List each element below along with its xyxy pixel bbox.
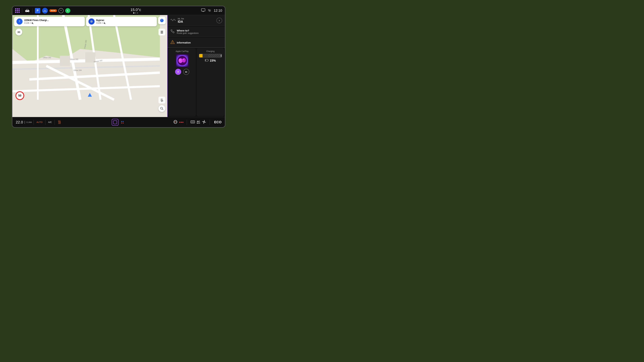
- bb-divider-1: [34, 120, 34, 125]
- clock: 12:10: [214, 9, 222, 12]
- charge-fill: [199, 54, 202, 57]
- charge-percent-value: 15%: [210, 59, 216, 62]
- svg-rect-19: [60, 56, 70, 66]
- parking-button[interactable]: P: [35, 8, 40, 13]
- ac-max-button[interactable]: A/C MAX: [197, 121, 200, 124]
- menu-button[interactable]: [121, 121, 124, 123]
- dest-name-2: Бургас: [96, 19, 106, 21]
- heated-steering-icon[interactable]: [173, 120, 178, 125]
- ida-expand-button[interactable]: ›: [216, 17, 222, 23]
- auto-label: AUTO: [36, 121, 42, 123]
- map-search-button[interactable]: [158, 105, 165, 112]
- bb-divider-4: [187, 120, 187, 125]
- home-button[interactable]: [112, 119, 118, 126]
- bb-divider-2: [45, 120, 46, 125]
- car-icon[interactable]: [24, 8, 30, 13]
- ida-section[interactable]: Hi, I'm IDA ›: [168, 15, 225, 26]
- svg-point-47: [180, 59, 180, 61]
- svg-point-30: [91, 21, 92, 22]
- center-controls: [112, 119, 124, 126]
- red-dot-2: [181, 122, 182, 123]
- divider2: [32, 8, 32, 13]
- divider: [22, 8, 22, 13]
- menu-dot-2: [123, 121, 124, 122]
- clima-label: CLIMA: [26, 121, 32, 123]
- ac-button[interactable]: A/C: [47, 121, 53, 123]
- charge-pattern: [208, 54, 222, 57]
- top-bar-left: P ASSIST MODE + C: [15, 8, 70, 13]
- svg-rect-38: [161, 31, 163, 31]
- information-section[interactable]: ! Information: [168, 37, 225, 48]
- next-button[interactable]: ⏭: [183, 69, 189, 75]
- carplay-widget[interactable]: Apple CarPlay: [168, 48, 196, 116]
- ida-greeting: Hi, I'm: [178, 17, 214, 20]
- dest-time-1: 3:13h +🔌: [24, 22, 49, 24]
- svg-rect-51: [208, 60, 208, 61]
- svg-point-48: [182, 58, 186, 62]
- dest-card-1[interactable]: 225kW Fines Chargi... 3:13h +🔌: [14, 17, 85, 26]
- where-title: Where to?: [177, 29, 198, 32]
- assist-button[interactable]: ASSIST: [42, 8, 48, 13]
- svg-point-3: [43, 9, 46, 12]
- mute-icon[interactable]: [158, 97, 165, 103]
- svg-point-41: [171, 30, 172, 31]
- map-section[interactable]: Ulitsa 182 Ulitsa 182 Ulitsa 184 Улица 1…: [12, 15, 167, 117]
- ac-max-label: A/C: [197, 121, 200, 122]
- info-icon: !: [170, 40, 175, 45]
- dest-card-3[interactable]: [158, 17, 166, 24]
- svg-point-27: [19, 21, 20, 22]
- svg-point-1: [26, 11, 26, 12]
- svg-text:Ulitsa 184: Ulitsa 184: [74, 69, 82, 71]
- rear-defrost-icon[interactable]: [190, 120, 195, 124]
- dest-info-1: 225kW Fines Chargi... 3:13h +🔌: [24, 19, 49, 24]
- add-button[interactable]: +: [58, 8, 64, 13]
- top-bar-right: 12:10: [201, 8, 222, 13]
- dot-active: [133, 12, 134, 13]
- svg-text:Ulitsa 182: Ulitsa 182: [43, 56, 51, 58]
- svg-line-37: [162, 109, 163, 110]
- charging-title: Charging: [206, 50, 214, 52]
- home-square: [113, 120, 117, 124]
- where-to-section[interactable]: Where to? Route guid. suggestions: [168, 27, 225, 37]
- temp-indicator-dots: [130, 12, 141, 13]
- charging-widget[interactable]: Charging: [196, 48, 224, 116]
- ac-max-sublabel: MAX: [197, 122, 200, 124]
- message-icon[interactable]: [201, 8, 205, 13]
- charge-bar: [199, 54, 222, 57]
- album-art: [176, 54, 189, 67]
- fan-icon[interactable]: [202, 120, 206, 125]
- speed-limit-sign: 50: [16, 91, 24, 100]
- svg-text:Ulitsa 182: Ulitsa 182: [70, 58, 78, 60]
- red-dot-1: [179, 122, 180, 123]
- map-layers-button[interactable]: [158, 29, 165, 35]
- dest-card-2[interactable]: Бургас 3:23h +🔌: [86, 17, 157, 26]
- temperature-value: 15.0°c: [130, 7, 141, 12]
- svg-rect-40: [161, 33, 163, 33]
- mode-button[interactable]: MODE: [50, 9, 57, 12]
- cast-button[interactable]: C: [65, 8, 70, 13]
- carplay-title: Apple CarPlay: [176, 50, 188, 52]
- svg-rect-39: [161, 32, 163, 32]
- route-icon: [170, 29, 175, 34]
- album-face: [176, 55, 188, 66]
- grid-icon[interactable]: [15, 8, 20, 13]
- temp-separator: |: [24, 120, 25, 124]
- right-controls: A/C MAX ECO: [173, 120, 222, 125]
- eco-label: ECO: [214, 120, 222, 124]
- info-title: Information: [177, 41, 191, 44]
- right-panel: Hi, I'm IDA › Where to? Route guid. sugg…: [167, 15, 225, 117]
- seat-heat-button[interactable]: [56, 120, 62, 124]
- main-area: Ulitsa 182 Ulitsa 182 Ulitsa 184 Улица 1…: [12, 15, 225, 117]
- bottom-widgets: Apple CarPlay: [168, 48, 225, 117]
- main-screen: P ASSIST MODE + C 15: [12, 6, 226, 128]
- svg-point-49: [183, 59, 184, 60]
- dot-inactive-2: [137, 12, 138, 13]
- navigation-arrow: [88, 93, 92, 97]
- pause-button[interactable]: ⏸: [175, 69, 181, 75]
- auto-button[interactable]: AUTO: [36, 121, 44, 123]
- ida-text: Hi, I'm IDA: [178, 17, 214, 23]
- red-dot-3: [182, 122, 183, 123]
- map-3d-button[interactable]: 3D: [16, 29, 22, 35]
- svg-point-32: [162, 20, 162, 21]
- svg-point-46: [178, 58, 182, 63]
